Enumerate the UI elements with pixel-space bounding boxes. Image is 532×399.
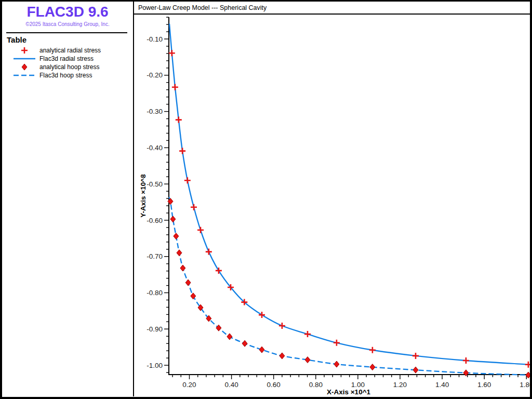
solid-line-icon xyxy=(13,55,36,62)
legend-item-analytical-hoop-stress: analytical hoop stress xyxy=(2,63,133,71)
copyright-text: ©2025 Itasca Consulting Group, Inc. xyxy=(2,21,133,27)
dashed-line-icon xyxy=(13,72,36,79)
legend-item-label: analytical hoop stress xyxy=(39,63,99,71)
flac3d-plot-window: FLAC3D 9.6 ©2025 Itasca Consulting Group… xyxy=(0,0,532,399)
plot-area[interactable] xyxy=(134,15,532,396)
y-axis-title: Y-Axis ×10^8 xyxy=(139,174,147,217)
legend-item-flac3d-radial-stress: Flac3d radial stress xyxy=(2,55,133,63)
x-axis-title: X-Axis ×10^1 xyxy=(327,388,370,396)
legend-item-label: analytical radial stress xyxy=(39,47,101,54)
legend-item-analytical-radial-stress: analytical radial stress xyxy=(2,46,133,55)
flac3d-logo: FLAC3D 9.6 xyxy=(2,4,133,20)
legend-panel: FLAC3D 9.6 ©2025 Itasca Consulting Group… xyxy=(2,2,133,396)
diamond-icon xyxy=(13,63,36,71)
logo-separator xyxy=(6,32,127,33)
legend-title: Table xyxy=(7,35,26,44)
legend-item-label: Flac3d hoop stress xyxy=(39,72,92,79)
legend-item-flac3d-hoop-stress: Flac3d hoop stress xyxy=(2,71,133,79)
plus-icon xyxy=(13,47,36,54)
legend-item-label: Flac3d radial stress xyxy=(39,55,94,62)
chart-title: Power-Law Creep Model --- Spherical Cavi… xyxy=(138,4,267,11)
